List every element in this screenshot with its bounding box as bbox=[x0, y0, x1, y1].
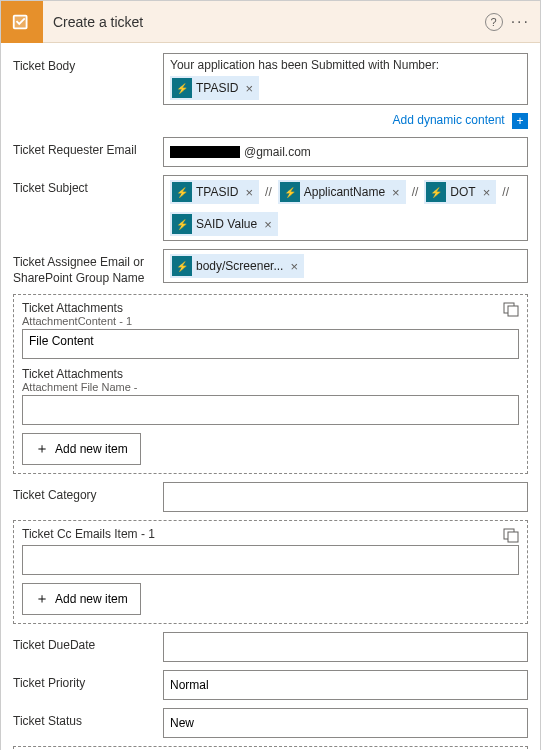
remove-token-icon[interactable]: × bbox=[392, 185, 400, 200]
switch-mode-icon[interactable] bbox=[503, 527, 519, 547]
token-tpasid-2[interactable]: ⚡ TPASID × bbox=[170, 180, 259, 204]
label-category: Ticket Category bbox=[13, 482, 163, 504]
dynamic-content-icon: ⚡ bbox=[172, 214, 192, 234]
add-item-button[interactable]: ＋ Add new item bbox=[22, 583, 141, 615]
input-duedate[interactable] bbox=[163, 632, 528, 662]
input-priority[interactable]: Normal bbox=[163, 670, 528, 700]
array-cc-emails: Ticket Cc Emails Item - 1 ＋ Add new item bbox=[13, 520, 528, 624]
label-duedate: Ticket DueDate bbox=[13, 632, 163, 654]
svg-rect-4 bbox=[508, 532, 518, 542]
plus-icon: ＋ bbox=[35, 590, 49, 608]
connector-icon bbox=[1, 1, 43, 43]
input-requester-email[interactable]: @gmail.com bbox=[163, 137, 528, 167]
label-requester-email: Ticket Requester Email bbox=[13, 137, 163, 159]
input-cc-emails[interactable] bbox=[22, 545, 519, 575]
dynamic-content-icon: ⚡ bbox=[280, 182, 300, 202]
label-attachments-name: Ticket Attachments bbox=[22, 367, 519, 381]
token-dot[interactable]: ⚡ DOT × bbox=[424, 180, 496, 204]
sublabel-attachment-filename: Attachment File Name - bbox=[22, 381, 519, 393]
input-assignee[interactable]: ⚡ body/Screener... × bbox=[163, 249, 528, 283]
remove-token-icon[interactable]: × bbox=[245, 185, 253, 200]
token-tpasid[interactable]: ⚡ TPASID × bbox=[170, 76, 259, 100]
array-attachments: Ticket Attachments AttachmentContent - 1… bbox=[13, 294, 528, 474]
card-header: Create a ticket ? ··· bbox=[1, 1, 540, 43]
input-attachment-content[interactable]: File Content bbox=[22, 329, 519, 359]
label-priority: Ticket Priority bbox=[13, 670, 163, 692]
more-icon[interactable]: ··· bbox=[511, 13, 530, 31]
sublabel-attachment-content: AttachmentContent - 1 bbox=[22, 315, 519, 327]
token-body-screener[interactable]: ⚡ body/Screener... × bbox=[170, 254, 304, 278]
token-said-value[interactable]: ⚡ SAID Value × bbox=[170, 212, 278, 236]
plus-icon: ＋ bbox=[35, 440, 49, 458]
remove-token-icon[interactable]: × bbox=[264, 217, 272, 232]
array-tags: Ticket Tags Titles Item - ＋ Add new item bbox=[13, 746, 528, 750]
label-ticket-subject: Ticket Subject bbox=[13, 175, 163, 197]
redacted-text bbox=[170, 146, 240, 158]
input-attachment-filename[interactable] bbox=[22, 395, 519, 425]
add-dynamic-plus-icon[interactable]: + bbox=[512, 113, 528, 129]
switch-mode-icon[interactable] bbox=[503, 301, 519, 321]
add-item-button[interactable]: ＋ Add new item bbox=[22, 433, 141, 465]
label-ticket-body: Ticket Body bbox=[13, 53, 163, 75]
action-card: Create a ticket ? ··· Ticket Body Your a… bbox=[0, 0, 541, 750]
svg-rect-2 bbox=[508, 306, 518, 316]
input-ticket-subject[interactable]: ⚡ TPASID × // ⚡ ApplicantName × // ⚡ DOT bbox=[163, 175, 528, 241]
label-cc-emails: Ticket Cc Emails Item - 1 bbox=[22, 527, 519, 541]
card-body: Ticket Body Your application has been Su… bbox=[1, 43, 540, 750]
input-ticket-body[interactable]: Your application has been Submitted with… bbox=[163, 53, 528, 105]
add-dynamic-content-link[interactable]: Add dynamic content bbox=[393, 113, 505, 127]
input-status[interactable]: New bbox=[163, 708, 528, 738]
remove-token-icon[interactable]: × bbox=[483, 185, 491, 200]
body-prefix-text: Your application has been Submitted with… bbox=[170, 58, 439, 72]
dynamic-content-icon: ⚡ bbox=[172, 256, 192, 276]
remove-token-icon[interactable]: × bbox=[290, 259, 298, 274]
help-icon[interactable]: ? bbox=[485, 13, 503, 31]
label-assignee: Ticket Assignee Email or SharePoint Grou… bbox=[13, 249, 163, 286]
dynamic-content-icon: ⚡ bbox=[172, 78, 192, 98]
card-title[interactable]: Create a ticket bbox=[43, 14, 485, 30]
token-applicantname[interactable]: ⚡ ApplicantName × bbox=[278, 180, 406, 204]
input-category[interactable] bbox=[163, 482, 528, 512]
dynamic-content-icon: ⚡ bbox=[426, 182, 446, 202]
label-attachments-content: Ticket Attachments bbox=[22, 301, 519, 315]
remove-token-icon[interactable]: × bbox=[245, 81, 253, 96]
dynamic-content-icon: ⚡ bbox=[172, 182, 192, 202]
label-status: Ticket Status bbox=[13, 708, 163, 730]
